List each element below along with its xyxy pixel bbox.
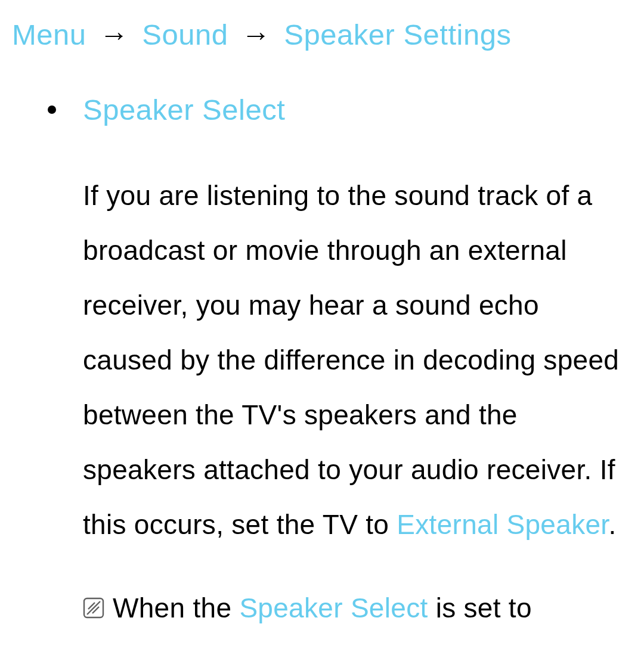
- note-text-part2: is set to: [428, 592, 532, 623]
- body-text-part1: If you are listening to the sound track …: [83, 180, 619, 540]
- note-speaker-select-label: Speaker Select: [239, 592, 428, 623]
- external-speaker-label: External Speaker: [397, 509, 608, 540]
- breadcrumb-arrow: →: [242, 18, 271, 51]
- note-text-part1: When the: [113, 592, 239, 623]
- body-paragraph: If you are listening to the sound track …: [48, 168, 632, 552]
- bullet-icon: [48, 105, 56, 114]
- breadcrumb-sound[interactable]: Sound: [142, 18, 228, 51]
- content-area: Speaker Select If you are listening to t…: [12, 93, 632, 638]
- note-row: When the Speaker Select is set to: [48, 581, 632, 638]
- breadcrumb: Menu → Sound → Speaker Settings: [12, 18, 632, 51]
- note-icon: [83, 582, 104, 637]
- section-title: Speaker Select: [83, 93, 285, 126]
- breadcrumb-speaker-settings[interactable]: Speaker Settings: [284, 18, 511, 51]
- body-text-part2: .: [608, 509, 616, 540]
- breadcrumb-arrow: →: [100, 18, 129, 51]
- breadcrumb-menu[interactable]: Menu: [12, 18, 86, 51]
- section-header-row: Speaker Select: [48, 93, 632, 126]
